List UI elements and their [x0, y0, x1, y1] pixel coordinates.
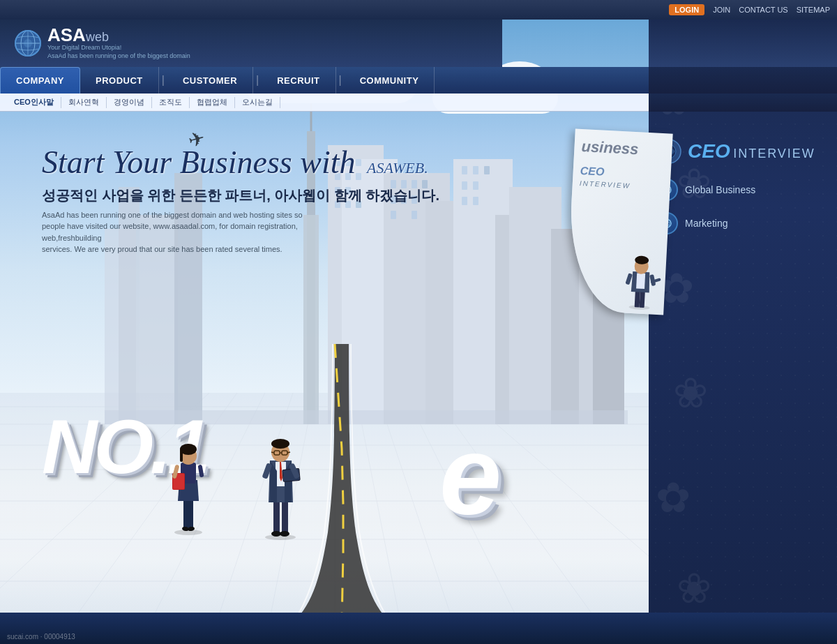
contactus-link[interactable]: CONTACT US	[739, 6, 788, 14]
nav-sep-3: |	[336, 74, 345, 87]
tagline-line1: Your Digital Dream Utopia!	[47, 44, 190, 52]
right-side-panel: ✿ ❀ ✿ ❀ ✿ ❀	[649, 20, 837, 644]
top-utility-bar: LOGIN JOIN CONTACT US SITEMAP	[0, 0, 837, 20]
subnav-org[interactable]: 조직도	[152, 97, 190, 108]
svg-rect-104	[636, 273, 645, 289]
globe-icon	[14, 29, 42, 57]
curl-person	[618, 253, 663, 311]
tagline-line2: AsaAd has been running one of the bigges…	[47, 52, 190, 61]
logo-area[interactable]: ASAweb Your Digital Dream Utopia! AsaAd …	[14, 26, 190, 60]
svg-point-95	[271, 439, 289, 449]
subnav-history[interactable]: 회사연혁	[61, 97, 107, 108]
main-slogan: Start Your Business with ASAWEB.	[42, 145, 439, 181]
asaweb-label: ASAWEB.	[367, 159, 428, 177]
curl-business-text: usiness	[581, 136, 665, 162]
svg-line-99	[271, 452, 274, 453]
svg-point-84	[265, 534, 296, 540]
svg-point-87	[271, 531, 281, 537]
site-header: ASAweb Your Digital Dream Utopia! AsaAd …	[0, 20, 502, 67]
sub-navigation: CEO인사말 회사연혁 경영이념 조직도 협렵업체 오시는길	[0, 93, 670, 112]
floral-decoration-4: ❀	[673, 368, 708, 417]
main-navigation: COMPANY PRODUCT | CUSTOMER | RECRUIT | C…	[0, 67, 670, 93]
svg-rect-48	[462, 197, 467, 205]
nav-product[interactable]: PRODUCT	[80, 67, 159, 93]
main-content-area: ✿ ❀ ✿ ❀ ✿ ❀	[0, 20, 837, 644]
ceo-menu-marketing[interactable]: @ Marketing	[656, 212, 823, 234]
nav-right-bg	[649, 67, 837, 93]
ceo-menu-global[interactable]: Global Business	[656, 179, 823, 201]
person-woman	[164, 438, 213, 536]
watermark: sucai.com · 00004913	[7, 633, 75, 641]
floral-decoration-6: ❀	[677, 564, 711, 613]
svg-rect-86	[282, 499, 288, 534]
curl-text: usiness CEO INTERVIEW	[572, 129, 673, 200]
footer-strip: sucai.com · 00004913	[0, 613, 837, 644]
nav-community[interactable]: COMMUNITY	[345, 67, 435, 93]
svg-rect-107	[625, 273, 633, 285]
subnav-directions[interactable]: 오시는길	[235, 97, 280, 108]
slogan-area: Start Your Business with ASAWEB. 성공적인 사업…	[42, 145, 439, 255]
sitemap-link[interactable]: SITEMAP	[797, 6, 830, 14]
nav-customer[interactable]: CUSTOMER	[167, 67, 253, 93]
ceo-title-area: CEO INTERVIEW	[656, 138, 823, 165]
subnav-partners[interactable]: 협렵업체	[190, 97, 235, 108]
subnav-right-bg	[649, 93, 837, 112]
svg-rect-47	[473, 181, 478, 190]
svg-rect-44	[473, 166, 478, 174]
logo-asa-text: ASA	[47, 24, 86, 45]
svg-rect-43	[462, 166, 467, 174]
e-letter: e	[439, 411, 502, 539]
svg-line-100	[287, 452, 290, 453]
svg-rect-85	[273, 499, 280, 534]
header-right-bg	[649, 20, 837, 67]
korean-headline: 성공적인 사업을 위한 든든한 파트너, 아사웹이 함께 하겠습니다.	[42, 186, 439, 205]
login-button[interactable]: LOGIN	[669, 4, 704, 15]
svg-rect-83	[197, 465, 204, 478]
svg-rect-81	[180, 448, 183, 462]
svg-point-4	[24, 39, 32, 47]
nav-recruit[interactable]: RECRUIT	[262, 67, 335, 93]
svg-rect-45	[484, 166, 490, 174]
join-link[interactable]: JOIN	[713, 6, 730, 14]
svg-rect-49	[473, 197, 478, 205]
svg-point-88	[280, 531, 289, 537]
logo-text: ASAweb Your Digital Dream Utopia! AsaAd …	[47, 26, 190, 60]
svg-rect-46	[462, 181, 467, 190]
korean-subtext: AsaAd has been running one of the bigges…	[42, 209, 321, 255]
subnav-ceo[interactable]: CEO인사말	[7, 97, 61, 108]
ceo-title-text: CEO INTERVIEW	[688, 140, 815, 163]
ceo-interview-section: CEO INTERVIEW Global Business @ M	[656, 138, 823, 246]
nav-sep-2: |	[253, 74, 262, 87]
logo-web-text: web	[86, 30, 109, 44]
svg-rect-72	[183, 497, 188, 529]
subnav-management[interactable]: 경영이념	[107, 97, 152, 108]
nav-sep-1: |	[159, 74, 167, 87]
svg-rect-73	[188, 497, 193, 529]
person-man	[255, 433, 307, 541]
nav-company[interactable]: COMPANY	[0, 67, 80, 93]
